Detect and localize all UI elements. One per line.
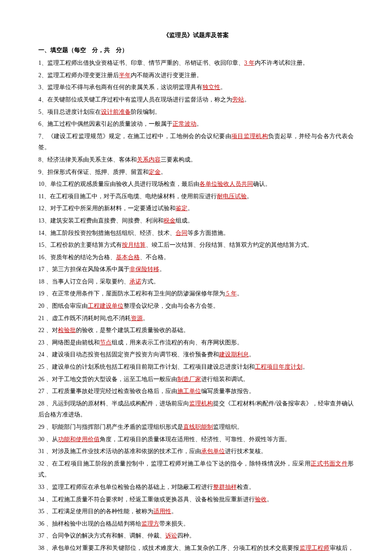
item-number: 26	[38, 376, 44, 382]
fill-blank-item: 24 、建设项目动态投资包括固定资产投资方向调节税、涨价预备费和建设期利息。	[38, 349, 354, 361]
question-text: 、职能部门与指挥部门易产生矛盾的监理组织形式是	[44, 424, 183, 430]
answer-text: 关系内容	[137, 156, 161, 163]
answer-text: 旁站	[232, 96, 244, 103]
question-text: 四种。	[177, 532, 195, 539]
question-text: 、网络图是由箭线和	[44, 339, 100, 346]
answer-text: 监理方	[141, 520, 159, 527]
question-text: 、对于工程中所采用的新材料，一定要通过试验和	[44, 205, 176, 211]
fill-blank-item: 3、监理单位不得与承包商有任何的隶属关系，这说明监理具有独立性。	[38, 82, 354, 93]
item-number: 6	[38, 121, 41, 127]
question-text: 、对于工地交货的大型设备，运至工地后一般应由	[44, 376, 177, 382]
question-text: 、监理工程师出借执业资格证书、印章、情节严重的、吊销证书、收回印章、	[41, 60, 244, 66]
item-number: 30	[38, 436, 44, 442]
item-number: 28	[38, 400, 44, 407]
answer-text: 定金	[149, 169, 161, 175]
item-number: 33	[38, 484, 44, 490]
item-number: 32	[38, 460, 44, 467]
item-number: 19	[38, 290, 44, 297]
answer-text: 非保险转移	[130, 266, 159, 272]
fill-blank-item: 10、单位工程的观感质量应由验收人员进行现场检查，最后由各单位验收人员共同确认。	[38, 179, 354, 190]
answer-text: 各单位验收人员共同	[199, 181, 253, 187]
fill-blank-item: 32 、在工程项目施工阶段的质量控制中，监理工程师对施工单位下达的指令，除特殊情…	[38, 458, 354, 481]
answer-text: 功能和使用价值	[58, 436, 100, 442]
fill-blank-item: 16、资质年检的结论为合格、基本合格、不合格。	[38, 252, 354, 263]
question-text: 、在工程项目施工阶段的质量控制中，监理工程师对施工单位下达的指令，除特殊情况外，…	[44, 460, 311, 467]
question-text: 。	[196, 121, 202, 127]
item-number: 17	[38, 266, 44, 272]
question-text: 。	[161, 169, 167, 175]
answer-text: 按月结算	[122, 242, 146, 248]
fill-blank-item: 29 、职能部门与指挥部门易产生矛盾的监理组织形式是直线职能制监理组织。	[38, 422, 354, 433]
answer-text: 整群抽样	[213, 484, 237, 490]
answer-text: 工程建设单位	[88, 303, 124, 309]
question-text: 。	[247, 193, 253, 199]
answer-text: 监理机构	[189, 400, 213, 407]
item-number: 12	[38, 205, 44, 211]
question-text: 、在关键部位或关键工序过程中有监理人员在现场进行监督活动，称之为	[41, 96, 232, 103]
question-text: 、抽样检验中出现的合格品错判将给	[44, 520, 141, 527]
answer-text: 诉讼	[165, 532, 177, 539]
page-title: 《监理员》试题库及答案	[38, 30, 354, 41]
question-text: 。	[159, 266, 165, 272]
items-container: 1、监理工程师出借执业资格证书、印章、情节严重的、吊销证书、收回印章、3 年内不…	[38, 58, 354, 555]
question-text: 、承包单位对重要工序和关键部位，或技术难度大、施工复杂的工序、分项工程的技术交底…	[44, 545, 300, 551]
answer-text: 合同	[176, 230, 187, 236]
answer-text: 独立性	[202, 84, 220, 90]
answer-text: 鉴定	[176, 205, 187, 211]
question-text: 、《建设工程监理规范》规定，在施工过程中，工地例会的会议纪要由	[41, 133, 231, 139]
question-text: 的验收，是整个建筑工程质量验收的基础。	[76, 327, 189, 333]
answer-text: 建设期利息	[219, 351, 249, 358]
question-text: 、监理工程师办理变更注册后	[41, 72, 119, 78]
question-text: 、从	[44, 436, 58, 442]
question-text: 、建设项目动态投资包括固定资产投资方向调节税、涨价预备费和	[44, 351, 219, 358]
question-text: 、监理单位不得与承包商有任何的隶属关系，这说明监理具有	[41, 84, 202, 90]
item-number: 8	[38, 156, 41, 163]
fill-blank-item: 2、监理工程师办理变更注册后半年内不能再次进行变更注册。	[38, 70, 354, 81]
fill-blank-item: 11、在工程项目施工中，对于高压电缆、电绝缘材料，使用前应进行耐电压试验。	[38, 191, 354, 202]
fill-blank-item: 26 、对于工地交货的大型设备，运至工地后一般应由制造厂家进行组装和调试。	[38, 374, 354, 385]
question-text: 。	[303, 364, 308, 370]
question-text: 、对涉及施工作业技术活动的基准和依据的技术工作，应由	[44, 448, 201, 454]
fill-blank-item: 37 、合同争议的解决方式有和解、调解、仲裁、诉讼四种。	[38, 530, 354, 542]
item-number: 37	[38, 532, 44, 539]
fill-blank-item: 30 、从功能和使用价值角度，工程项目的质量体现在适用性、经济性、可靠性、外观性…	[38, 434, 354, 445]
question-text: 监理组织。	[213, 424, 243, 430]
item-number: 7	[38, 133, 41, 139]
question-text: 、对	[44, 327, 58, 333]
question-text: 检查。	[237, 484, 255, 490]
item-number: 1	[38, 60, 41, 66]
question-text: 编写质量事故报告。	[201, 388, 255, 394]
item-number: 5	[38, 109, 41, 115]
question-text: 。	[220, 84, 226, 90]
question-text: 、工程满足使用目的的各种性能，被称为	[44, 508, 153, 515]
question-text: 。	[171, 508, 177, 515]
question-text: 、担保形式有保证、抵押、质押、留置和	[41, 169, 149, 175]
item-number: 18	[38, 278, 44, 285]
fill-blank-item: 18 、当事人订立合同，采取要约、承诺方式。	[38, 276, 354, 288]
question-text: 。	[249, 351, 255, 358]
item-number: 10	[38, 181, 44, 187]
answer-text: 正式书面文件	[311, 460, 348, 467]
answer-text: 正常波动	[173, 121, 196, 127]
fill-blank-item: 20 、图纸会审应由工程建设单位整理会议纪录，交由与会各方会签。	[38, 301, 354, 312]
item-number: 2	[38, 72, 41, 78]
item-number: 3	[38, 84, 41, 90]
item-number: 23	[38, 339, 44, 346]
item-number: 11	[38, 193, 44, 199]
question-text: 、凡运到现场的原材料、半成品或构配件，进场前应向	[44, 400, 189, 407]
fill-blank-item: 34 、工程施工质量不符合要求时，经返工重做或更换器具、设备检验批应重新进行验收…	[38, 494, 354, 506]
section-heading: 一、填空题（每空 分，共 分）	[38, 45, 354, 56]
fill-blank-item: 12、对于工程中所采用的新材料，一定要通过试验和鉴定。	[38, 203, 354, 214]
question-text: 角度，工程项目的质量体现在适用性、经济性、可靠性、外观性等方面。	[100, 436, 291, 442]
fill-blank-item: 23 、网络图是由箭线和节点组成，用来表示工作流程的有向、有序网状图形。	[38, 337, 354, 349]
fill-blank-item: 15、工程价款的主要结算方式有按月结算、竣工后一次结算、分段结算、结算双方约定的…	[38, 240, 354, 251]
question-text: 、经济法律关系由关系主体、客体和	[41, 156, 137, 163]
question-text: 。	[244, 96, 250, 103]
answer-text: 承包单位	[201, 448, 225, 454]
question-text: 、工程价款的主要结算方式有	[44, 242, 122, 248]
fill-blank-item: 31 、对涉及施工作业技术活动的基准和依据的技术工作，应由承包单位进行技术复核。	[38, 446, 354, 457]
question-text: 、图纸会审应由	[44, 303, 88, 309]
fill-blank-item: 33 、监理工程师应在承包单位检验合格的基础上，对隐蔽工程进行整群抽样检查。	[38, 482, 354, 493]
item-number: 34	[38, 496, 44, 503]
fill-blank-item: 6、施工过程中偶然因素引起的质量波动，一般属于正常波动。	[38, 119, 354, 130]
